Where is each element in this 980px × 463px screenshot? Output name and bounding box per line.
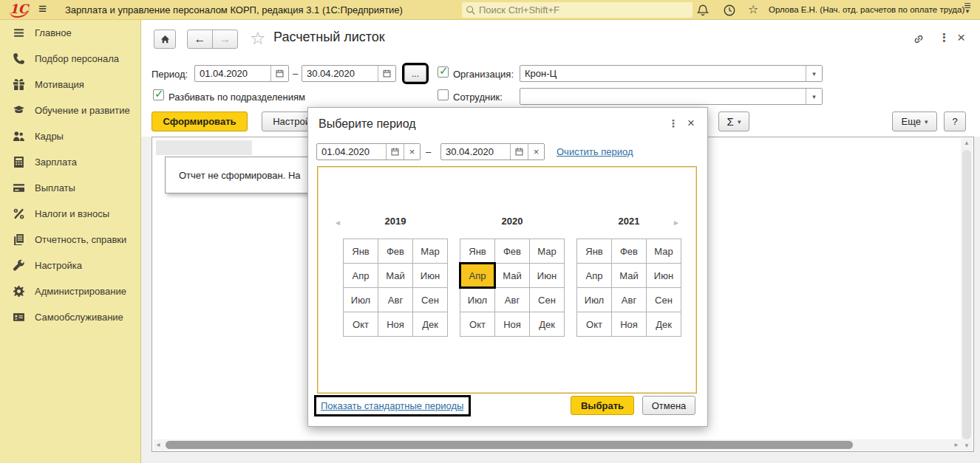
calendar-picker-icon[interactable]: [510, 144, 528, 160]
scroll-down-icon[interactable]: ▼: [961, 442, 973, 449]
main-menu-icon[interactable]: ≡: [38, 1, 47, 17]
month-cell-дек-2021[interactable]: Дек: [647, 312, 681, 336]
period-from-value[interactable]: 01.04.2020: [195, 66, 270, 81]
favorites-star-icon[interactable]: ☆: [748, 2, 758, 16]
month-cell-янв-2020[interactable]: Янв: [460, 239, 494, 263]
calendar-picker-icon[interactable]: [386, 144, 404, 160]
employee-checkbox[interactable]: [438, 89, 449, 100]
month-cell-июн-2019[interactable]: Июн: [413, 264, 447, 287]
month-cell-фев-2019[interactable]: Фев: [378, 239, 412, 263]
dialog-period-from-value[interactable]: 01.04.2020: [317, 144, 386, 160]
period-to-field[interactable]: 30.04.2020: [302, 65, 396, 82]
dialog-period-from-field[interactable]: 01.04.2020 ×: [316, 143, 421, 160]
month-cell-фев-2020[interactable]: Фев: [495, 239, 529, 263]
help-button[interactable]: ?: [944, 112, 966, 131]
employee-value[interactable]: [520, 89, 806, 104]
horizontal-scrollbar[interactable]: ◄ ►: [154, 439, 961, 450]
split-by-departments-checkbox[interactable]: ✓: [153, 89, 164, 100]
month-cell-мар-2020[interactable]: Мар: [530, 239, 564, 263]
period-from-field[interactable]: 01.04.2020: [194, 65, 289, 82]
select-button[interactable]: Выбрать: [571, 396, 634, 415]
month-cell-ноя-2020[interactable]: Ноя: [495, 312, 529, 336]
month-cell-окт-2019[interactable]: Окт: [344, 312, 378, 336]
scroll-right-icon[interactable]: ►: [953, 439, 959, 450]
show-standard-periods-link[interactable]: Показать стандартные периоды: [321, 400, 463, 411]
1c-logo-icon[interactable]: 1С: [10, 1, 30, 18]
period-to-value[interactable]: 30.04.2020: [302, 66, 378, 81]
close-form-icon[interactable]: ×: [957, 30, 965, 46]
month-cell-июл-2021[interactable]: Июл: [577, 288, 611, 312]
month-cell-янв-2021[interactable]: Янв: [577, 239, 611, 263]
user-menu-icon[interactable]: ≡▾: [960, 1, 975, 16]
month-cell-окт-2021[interactable]: Окт: [577, 312, 611, 336]
choose-period-button[interactable]: ...: [404, 65, 426, 82]
month-cell-июл-2019[interactable]: Июл: [344, 288, 378, 312]
dialog-period-to-field[interactable]: 30.04.2020 ×: [440, 143, 545, 160]
sidebar-item-администрирование[interactable]: Администрирование: [0, 278, 140, 304]
month-cell-мар-2021[interactable]: Мар: [647, 239, 681, 263]
dropdown-caret-icon[interactable]: ▾: [806, 89, 822, 104]
history-icon[interactable]: [723, 4, 736, 17]
calendar-prev-icon[interactable]: ◄: [334, 219, 341, 227]
month-cell-дек-2020[interactable]: Дек: [530, 312, 564, 336]
month-cell-сен-2020[interactable]: Сен: [530, 288, 564, 312]
month-cell-ноя-2019[interactable]: Ноя: [378, 312, 412, 336]
month-cell-июл-2020[interactable]: Июл: [460, 288, 494, 312]
dialog-more-icon[interactable]: ⋮: [668, 117, 678, 129]
current-user-name[interactable]: Орлова Е.Н. (Нач. отд. расчетов по оплат…: [769, 5, 964, 14]
organization-combo[interactable]: Крон-Ц ▾: [520, 65, 823, 82]
vertical-scrollbar[interactable]: ▲ ▼: [961, 138, 973, 450]
back-button[interactable]: ←: [187, 30, 213, 49]
month-cell-июн-2020[interactable]: Июн: [530, 264, 564, 287]
month-cell-апр-2021[interactable]: Апр: [577, 264, 611, 287]
favorite-star-icon[interactable]: ☆: [250, 28, 266, 49]
sidebar-item-кадры[interactable]: Кадры: [0, 123, 140, 149]
more-menu-icon[interactable]: ⋮: [939, 31, 950, 44]
month-cell-дек-2019[interactable]: Дек: [413, 312, 447, 336]
sidebar-item-выплаты[interactable]: Выплаты: [0, 175, 140, 201]
more-button[interactable]: Еще▾: [892, 112, 937, 131]
home-button[interactable]: [154, 30, 176, 49]
sidebar-item-зарплата[interactable]: Зарплата: [0, 149, 140, 175]
sidebar-item-отчетность-справки[interactable]: Отчетность, справки: [0, 227, 140, 253]
sum-button[interactable]: Σ▾: [718, 112, 749, 131]
get-link-icon[interactable]: [912, 32, 925, 46]
month-cell-май-2019[interactable]: Май: [378, 264, 412, 287]
organization-checkbox[interactable]: ✓: [438, 66, 449, 78]
month-cell-сен-2019[interactable]: Сен: [413, 288, 447, 312]
dialog-close-icon[interactable]: ×: [687, 116, 695, 131]
month-cell-янв-2019[interactable]: Янв: [344, 239, 378, 263]
dialog-period-to-value[interactable]: 30.04.2020: [441, 144, 510, 160]
clear-date-icon[interactable]: ×: [404, 144, 420, 160]
horizontal-scroll-thumb[interactable]: [166, 441, 853, 449]
sidebar-item-мотивация[interactable]: Мотивация: [0, 72, 140, 97]
calendar-picker-icon[interactable]: [378, 66, 395, 81]
month-cell-авг-2019[interactable]: Авг: [378, 288, 412, 312]
clear-period-link[interactable]: Очистить период: [557, 146, 633, 157]
calendar-picker-icon[interactable]: [270, 66, 288, 81]
month-cell-май-2021[interactable]: Май: [612, 264, 646, 287]
sidebar-item-обучение-и-развитие[interactable]: Обучение и развитие: [0, 97, 140, 123]
sidebar-item-налоги-и-взносы[interactable]: Налоги и взносы: [0, 201, 140, 227]
month-cell-окт-2020[interactable]: Окт: [460, 312, 494, 336]
month-cell-апр-2019[interactable]: Апр: [344, 264, 378, 287]
month-cell-май-2020[interactable]: Май: [495, 264, 529, 287]
generate-report-button[interactable]: Сформировать: [152, 112, 248, 131]
global-search-input[interactable]: Поиск Ctrl+Shift+F: [462, 2, 693, 18]
sidebar-item-главное[interactable]: Главное: [0, 20, 140, 46]
month-cell-авг-2021[interactable]: Авг: [612, 288, 646, 312]
clear-date-icon[interactable]: ×: [528, 144, 544, 160]
notifications-bell-icon[interactable]: [696, 4, 710, 17]
month-cell-фев-2021[interactable]: Фев: [612, 239, 646, 263]
month-cell-апр-2020[interactable]: Апр: [460, 264, 494, 287]
organization-value[interactable]: Крон-Ц: [520, 66, 806, 81]
month-cell-сен-2021[interactable]: Сен: [647, 288, 681, 312]
dropdown-caret-icon[interactable]: ▾: [806, 66, 822, 81]
forward-button[interactable]: →: [212, 30, 238, 49]
sidebar-item-настройка[interactable]: Настройка: [0, 253, 140, 278]
sidebar-item-самообслуживание[interactable]: Самообслуживание: [0, 304, 140, 330]
month-cell-ноя-2021[interactable]: Ноя: [612, 312, 646, 336]
month-cell-июн-2021[interactable]: Июн: [647, 264, 681, 287]
vertical-scroll-thumb[interactable]: [962, 150, 971, 439]
month-cell-авг-2020[interactable]: Авг: [495, 288, 529, 312]
